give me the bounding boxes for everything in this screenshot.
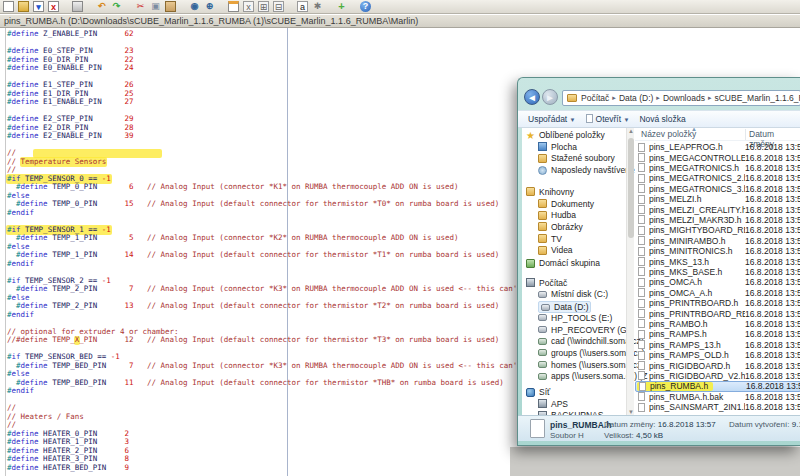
copy-icon[interactable]: ▣ xyxy=(150,1,161,12)
file-date: 16.8.2018 13:57 xyxy=(745,184,800,194)
file-icon xyxy=(638,267,645,276)
close-window-icon[interactable]: x xyxy=(243,1,254,12)
file-row-pins-printrboard-h[interactable]: pins_PRINTRBOARD.h16.8.2018 13:57 xyxy=(635,298,800,308)
add-plugin-icon[interactable]: + xyxy=(336,1,347,12)
sidebar-item-knihovny[interactable]: Knihovny xyxy=(526,187,574,197)
file-icon xyxy=(638,351,645,360)
sidebar-item-m-stn-disk-c[interactable]: Místní disk (C:) xyxy=(538,289,608,299)
file-row-pins-omca-a-h[interactable]: pins_OMCA_A.h16.8.2018 13:57 xyxy=(635,288,800,298)
open-button[interactable]: Otevřít ▼ xyxy=(586,114,630,124)
file-row-pins-rigidboard-h[interactable]: pins_RIGIDBOARD.h16.8.2018 13:57 xyxy=(635,360,800,370)
redo-icon[interactable]: ↷ xyxy=(111,1,122,12)
file-row-pins-mks-base-h[interactable]: pins_MKS_BASE.h16.8.2018 13:57 xyxy=(635,267,800,277)
save-file-icon[interactable]: ▾ xyxy=(33,1,44,12)
sidebar-item-sta-en-soubory[interactable]: Stažené soubory xyxy=(538,153,615,163)
sidebar-item-data-d[interactable]: Data (D:) xyxy=(538,301,591,313)
file-row-pins-mks-13-h[interactable]: pins_MKS_13.h16.8.2018 13:57 xyxy=(635,256,800,266)
file-row-pins-melzi-makr3d-h[interactable]: pins_MELZI_MAKR3D.h16.8.2018 13:57 xyxy=(635,215,800,225)
sidebar-item-hudba[interactable]: Hudba xyxy=(538,210,576,220)
editor-tab-bar[interactable]: pins_RUMBA.h (D:\Downloads\sCUBE_Marlin_… xyxy=(0,15,800,28)
file-row-pins-melzi-h[interactable]: pins_MELZI.h16.8.2018 13:57 xyxy=(635,194,800,204)
file-row-pins-printrboard-revf-h[interactable]: pins_PRINTRBOARD_REVF.h16.8.2018 13:57 xyxy=(635,308,800,318)
new-file-icon[interactable] xyxy=(3,1,14,12)
print-icon[interactable] xyxy=(72,1,83,12)
open-file-icon[interactable] xyxy=(18,1,29,12)
cut-icon[interactable]: ✂ xyxy=(135,1,146,12)
new-window-icon[interactable] xyxy=(228,1,239,12)
drive-icon xyxy=(538,314,547,321)
help-icon[interactable]: ? xyxy=(360,1,371,12)
maximize-window-icon[interactable]: ⊞ xyxy=(258,1,269,12)
breadcrumb-segment[interactable]: sCUBE_Marlin_1.1.6_RUMBA (1) xyxy=(714,93,800,103)
file-date: 16.8.2018 13:57 xyxy=(745,277,800,287)
file-row-pins-megatronics-3-h[interactable]: pins_MEGATRONICS_3.h16.8.2018 13:57 xyxy=(635,184,800,194)
sidebar-item-naposledy-nav-t-ven[interactable]: Naposledy navštívené xyxy=(538,165,635,175)
file-icon xyxy=(638,278,645,287)
file-row-pins-rumba-h[interactable]: pins_RUMBA.h16.8.2018 13:57 xyxy=(635,381,800,391)
file-name: pins_MEGACONTROLLER.h xyxy=(649,153,745,163)
file-row-pins-melzi-creality-h[interactable]: pins_MELZI_CREALITY.h16.8.2018 13:57 xyxy=(635,204,800,214)
undo-icon[interactable]: ↶ xyxy=(96,1,107,12)
breadcrumb: Počítač▸Data (D:)▸Downloads▸sCUBE_Marlin… xyxy=(581,93,800,103)
column-header-name[interactable]: Název položky xyxy=(641,129,696,139)
file-row-pins-megacontroller-h[interactable]: pins_MEGACONTROLLER.h16.8.2018 13:57 xyxy=(635,152,800,162)
scroll-up-icon[interactable]: ▲ xyxy=(627,128,635,134)
sidebar-item-label: Stažené soubory xyxy=(551,153,615,163)
sidebar-item-obr-zky[interactable]: Obrázky xyxy=(538,222,583,232)
sidebar-item-po-ta[interactable]: Počítač xyxy=(526,278,567,288)
recent-icon xyxy=(538,166,547,175)
find-in-files-icon[interactable]: ⊕ xyxy=(204,1,215,12)
file-row-pins-sainsmart-2in1-h[interactable]: pins_SAINSMART_2IN1.h16.8.2018 13:57 xyxy=(635,402,800,412)
file-row-pins-rigidboard-v2-h[interactable]: pins_RIGIDBOARD_V2.h16.8.2018 13:57 xyxy=(635,371,800,381)
scrollbar-thumb[interactable] xyxy=(628,138,634,238)
sidebar-item-label: HP_TOOLS (E:) xyxy=(551,313,612,323)
sidebar-item-videa[interactable]: Videa xyxy=(538,245,573,255)
file-row-pins-megatronics-h[interactable]: pins_MEGATRONICS.h16.8.2018 13:57 xyxy=(635,163,800,173)
file-row-pins-rumba-h-bak[interactable]: pins_RUMBA.h.bak16.8.2018 13:57 xyxy=(635,392,800,402)
find-icon[interactable]: ◉ xyxy=(189,1,200,12)
text-format-icon[interactable]: a xyxy=(297,1,308,12)
file-row-pins-leapfrog-h[interactable]: pins_LEAPFROG.h16.8.2018 13:57 xyxy=(635,142,800,152)
sidebar-item-tv[interactable]: TV xyxy=(538,234,562,244)
sidebar-item-s[interactable]: Síť xyxy=(526,387,550,397)
file-row-pins-mightyboard-reve-h[interactable]: pins_MIGHTYBOARD_REVE.h16.8.2018 13:57 xyxy=(635,225,800,235)
sidebar-item-hp-tools-e[interactable]: HP_TOOLS (E:) xyxy=(538,313,612,323)
file-icon xyxy=(530,419,545,438)
gutter-divider xyxy=(5,28,6,476)
explorer-command-bar: Uspořádat ▼ Otevřít ▼ Nová složka xyxy=(518,110,800,128)
file-date: 16.8.2018 13:57 xyxy=(745,257,800,267)
breadcrumb-segment[interactable]: Počítač xyxy=(581,93,609,103)
minimize-window-icon[interactable]: ⊟ xyxy=(273,1,284,12)
column-divider[interactable] xyxy=(745,129,746,140)
editor-tab-title[interactable]: pins_RUMBA.h (D:\Downloads\sCUBE_Marlin_… xyxy=(0,16,418,26)
file-row-pins-rambo-h[interactable]: pins_RAMBO.h16.8.2018 13:57 xyxy=(635,319,800,329)
breadcrumb-segment[interactable]: Downloads xyxy=(663,93,705,103)
new-folder-button[interactable]: Nová složka xyxy=(639,114,685,124)
file-row-pins-omca-h[interactable]: pins_OMCA.h16.8.2018 13:57 xyxy=(635,277,800,287)
tools-icon[interactable]: ✱ xyxy=(312,1,323,12)
file-row-pins-ramps-13-h[interactable]: pins_RAMPS_13.h16.8.2018 13:57 xyxy=(635,340,800,350)
sidebar-item-hp-recovery-g[interactable]: HP_RECOVERY (G:) xyxy=(538,325,632,335)
breadcrumb-segment[interactable]: Data (D:) xyxy=(619,93,653,103)
address-bar[interactable]: Počítač▸Data (D:)▸Downloads▸sCUBE_Marlin… xyxy=(562,90,800,106)
sidebar-item-plocha[interactable]: Plocha xyxy=(538,142,577,152)
sidebar-item-aps[interactable]: APS xyxy=(538,399,568,409)
close-file-icon[interactable]: x xyxy=(48,1,59,12)
sidebar-item-obl-ben-polo-ky[interactable]: ★Oblíbené položky xyxy=(526,130,605,140)
file-row-pins-ramps-h[interactable]: pins_RAMPS.h16.8.2018 13:57 xyxy=(635,329,800,339)
list-header: ▲ Název položky Datum změny xyxy=(635,128,800,141)
file-row-pins-ramps-old-h[interactable]: pins_RAMPS_OLD.h16.8.2018 13:57 xyxy=(635,350,800,360)
sidebar-item-dokumenty[interactable]: Dokumenty xyxy=(538,199,594,209)
paste-icon[interactable] xyxy=(165,1,176,12)
sidebar-scrollbar[interactable]: ▲ ▼ xyxy=(626,128,634,415)
forward-button[interactable]: ► xyxy=(542,89,558,105)
file-name: pins_MELZI_MAKR3D.h xyxy=(649,215,745,225)
file-icon xyxy=(638,163,645,172)
organize-button[interactable]: Uspořádat ▼ xyxy=(528,114,576,124)
sidebar-item-dom-c-skupina[interactable]: Domácí skupina xyxy=(526,258,600,268)
back-button[interactable]: ◄ xyxy=(524,89,540,105)
file-row-pins-minitronics-h[interactable]: pins_MINITRONICS.h16.8.2018 13:57 xyxy=(635,246,800,256)
file-row-pins-minirambo-h[interactable]: pins_MINIRAMBO.h16.8.2018 13:57 xyxy=(635,236,800,246)
file-row-pins-megatronics-2-h[interactable]: pins_MEGATRONICS_2.h16.8.2018 13:57 xyxy=(635,173,800,183)
file-date: 16.8.2018 13:57 xyxy=(745,194,800,204)
